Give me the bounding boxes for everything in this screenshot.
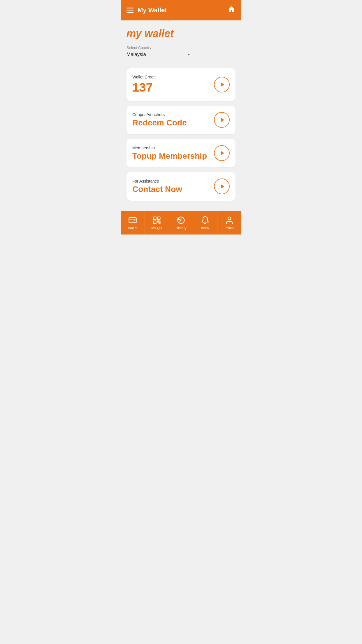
wallet-credit-label: Wallet Credit [132,75,214,79]
arrow-right-icon [221,151,224,155]
menu-icon[interactable] [126,8,133,13]
nav-label-inbox: Inbox [201,226,209,230]
header-title: My Wallet [138,6,167,14]
wallet-credit-content: Wallet Credit 137 [132,75,214,94]
nav-item-history[interactable]: History [169,211,193,235]
country-label: Select Country [126,46,236,50]
country-value: Malaysia [126,52,146,57]
membership-arrow[interactable] [214,145,230,161]
main-content: my wallet Select Country Malaysia ▼ Wall… [121,20,241,211]
nav-item-wallet[interactable]: Wallet [121,211,145,235]
membership-value: Topup Membership [132,151,214,161]
svg-rect-5 [159,222,160,223]
arrow-right-icon [221,118,224,122]
wallet-credit-value: 137 [132,80,214,94]
assistance-arrow[interactable] [214,178,230,194]
wallet-credit-arrow[interactable] [214,77,230,92]
page-heading: my wallet [126,27,236,40]
wallet-credit-card[interactable]: Wallet Credit 137 [126,68,236,101]
header-left: My Wallet [126,6,167,14]
svg-rect-7 [159,221,160,222]
svg-rect-2 [158,217,160,219]
app-header: My Wallet [121,0,241,20]
arrow-right-icon [221,82,224,87]
bottom-nav: Wallet My QR History Inbox [121,211,241,235]
myqr-nav-icon [152,216,161,225]
svg-rect-3 [154,221,156,223]
svg-rect-4 [158,221,159,222]
coupon-vouchers-content: Coupon/Vouchers Redeem Code [132,112,214,127]
coupon-vouchers-card[interactable]: Coupon/Vouchers Redeem Code [126,106,236,134]
arrow-right-icon [221,184,224,189]
profile-nav-icon [225,216,234,225]
nav-label-profile: Profile [224,226,234,230]
coupon-vouchers-label: Coupon/Vouchers [132,112,214,117]
inbox-nav-icon [201,216,210,225]
assistance-content: For Assistance Contact Now [132,179,214,194]
svg-point-9 [228,217,231,220]
svg-rect-1 [154,217,156,219]
assistance-label: For Assistance [132,179,214,183]
nav-item-inbox[interactable]: Inbox [193,211,217,235]
nav-label-history: History [175,226,186,230]
coupon-vouchers-value: Redeem Code [132,118,214,127]
nav-label-myqr: My QR [151,226,162,230]
nav-item-profile[interactable]: Profile [217,211,241,235]
home-icon[interactable] [227,5,236,15]
nav-item-myqr[interactable]: My QR [145,211,169,235]
wallet-nav-icon [128,216,137,225]
country-select[interactable]: Malaysia ▼ [126,52,191,60]
country-section: Select Country Malaysia ▼ [126,46,236,60]
assistance-value: Contact Now [132,185,214,194]
nav-label-wallet: Wallet [128,226,138,230]
membership-label: Membership [132,146,214,150]
history-nav-icon [177,216,185,225]
assistance-card[interactable]: For Assistance Contact Now [126,172,236,201]
coupon-vouchers-arrow[interactable] [214,112,230,128]
membership-content: Membership Topup Membership [132,146,214,161]
membership-card[interactable]: Membership Topup Membership [126,139,236,167]
dropdown-arrow-icon: ▼ [187,52,191,57]
